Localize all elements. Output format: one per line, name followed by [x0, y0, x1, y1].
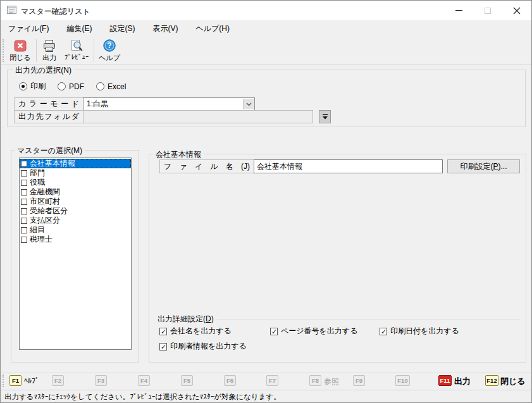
fkey-f1-label: ﾍﾙﾌﾟ: [24, 376, 39, 385]
help-question-icon: ?: [96, 38, 123, 53]
window-title: マスター確認リスト: [21, 6, 90, 17]
checkbox-icon[interactable]: [21, 161, 27, 167]
detail-panel-group: 会社基本情報 ファイル名(J) 印刷設定(P)... 出力詳細設定(D) 会社名…: [149, 154, 526, 363]
list-item-payment-category[interactable]: 支払区分: [20, 216, 131, 225]
print-settings-label-pre: 印刷設定(: [460, 162, 493, 171]
checkbox-company-name[interactable]: 会社名を出力する: [159, 326, 232, 337]
color-mode-combo[interactable]: 1:白黒: [83, 97, 255, 111]
toolbar-preview-button[interactable]: ﾌﾟﾚﾋﾞｭｰ: [61, 38, 92, 63]
toolbar-close-button[interactable]: 閉じる: [7, 38, 34, 63]
window-controls: [444, 1, 531, 20]
fkey-f10: F10: [395, 375, 410, 386]
printer-icon: [39, 38, 60, 53]
list-item-financial-institution[interactable]: 金融機関: [20, 187, 131, 197]
list-item-position[interactable]: 役職: [20, 178, 131, 187]
fkey-f9: F9: [353, 375, 365, 386]
maximize-icon: [485, 8, 491, 14]
checkbox-icon[interactable]: [21, 227, 27, 233]
fkey-f2: F2: [52, 375, 64, 386]
fkey-f6: F6: [224, 375, 236, 386]
output-type-radio-row: 印刷 PDF Excel: [19, 81, 138, 92]
print-settings-label-post: )...: [498, 162, 507, 171]
separator-line: [217, 319, 519, 319]
radio-excel-icon: [96, 82, 104, 90]
file-name-input[interactable]: [254, 159, 443, 173]
app-window: マスター確認リスト ファイル(F) 編集(E) 設定(S) 表示(V) ヘルプ(…: [0, 0, 532, 403]
output-folder-field[interactable]: [83, 110, 313, 123]
list-item-municipality[interactable]: 市区町村: [20, 197, 131, 206]
checkbox-icon[interactable]: [21, 218, 27, 224]
list-item-label: 部門: [30, 168, 45, 178]
fkey-f7: F7: [266, 375, 278, 386]
checkbox-label: 印刷者情報を出力する: [170, 341, 247, 352]
checkbox-icon[interactable]: [21, 237, 27, 243]
list-item-recipient-category[interactable]: 受給者区分: [20, 206, 131, 216]
radio-print[interactable]: 印刷: [19, 81, 46, 92]
checkbox-print-date[interactable]: 印刷日付を出力する: [380, 326, 459, 337]
close-button[interactable]: [502, 1, 531, 20]
radio-excel-label: Excel: [108, 82, 126, 91]
fkey-f11[interactable]: F11: [438, 375, 452, 386]
close-icon: [513, 7, 521, 15]
list-item-detail-item[interactable]: 細目: [20, 225, 131, 235]
fkey-f12-label: 閉じる: [500, 376, 526, 387]
toolbar-preview-label: ﾌﾟﾚﾋﾞｭｰ: [61, 53, 92, 61]
radio-print-icon: [19, 82, 27, 90]
checkbox-checked-icon: [270, 328, 278, 335]
output-folder-label: 出力先フォルダ: [14, 110, 84, 123]
menu-item-view[interactable]: 表示(V): [146, 21, 184, 37]
list-item-label: 受給者区分: [30, 206, 68, 216]
menu-item-help[interactable]: ヘルプ(H): [189, 21, 236, 37]
menu-item-edit[interactable]: 編集(E): [60, 21, 98, 37]
output-folder-browse-button[interactable]: [319, 110, 331, 123]
fkey-f11-label: 出力: [454, 376, 471, 387]
master-select-group: マスターの選択(M) 会社基本情報 部門 役職 金融機関 市区町村: [11, 150, 139, 363]
list-item-label: 税理士: [30, 235, 53, 244]
list-item-company-basic[interactable]: 会社基本情報: [20, 159, 131, 168]
checkbox-page-number[interactable]: ページ番号を出力する: [270, 326, 357, 337]
toolbar-output-button[interactable]: 出力: [39, 38, 60, 63]
list-item-label: 細目: [30, 225, 45, 235]
checkbox-icon[interactable]: [21, 208, 27, 214]
checkbox-checked-icon: [380, 328, 387, 335]
chevron-down-icon[interactable]: [243, 99, 254, 109]
toolbar-close-label: 閉じる: [7, 53, 34, 63]
list-item-label: 役職: [30, 178, 45, 187]
toolbar-separator: [94, 39, 94, 62]
svg-text:?: ?: [107, 41, 111, 50]
checkbox-icon[interactable]: [21, 189, 27, 195]
menu-item-file[interactable]: ファイル(F): [2, 21, 55, 37]
checkbox-icon[interactable]: [21, 170, 27, 177]
close-red-x-icon: [7, 38, 34, 53]
list-item-department[interactable]: 部門: [20, 168, 131, 178]
radio-pdf[interactable]: PDF: [58, 82, 84, 91]
list-item-tax-accountant[interactable]: 税理士: [20, 235, 131, 244]
fkey-f5: F5: [181, 375, 193, 386]
fkey-f1[interactable]: F1: [9, 375, 22, 386]
app-icon: [6, 5, 18, 15]
toolbar-help-button[interactable]: ? ヘルプ: [96, 38, 123, 63]
list-item-label: 市区町村: [30, 197, 60, 206]
output-destination-group: 出力先の選択(N) 印刷 PDF Excel カラーモード 1:白黒 出力先フォ…: [7, 70, 526, 127]
minimize-button[interactable]: [444, 1, 473, 20]
color-mode-value: 1:白黒: [87, 99, 108, 108]
toolbar-grip: [3, 39, 4, 62]
list-item-label: 会社基本情報: [30, 159, 75, 168]
checkbox-icon[interactable]: [21, 199, 27, 205]
master-listbox[interactable]: 会社基本情報 部門 役職 金融機関 市区町村 受給者区分: [19, 158, 132, 350]
fkey-f12[interactable]: F12: [485, 375, 498, 386]
checkbox-label: 会社名を出力する: [170, 326, 232, 337]
function-key-bar: F1 ﾍﾙﾌﾟ F2 F3 F4 F5 F6 F7 F8 参照 F9 F10 F…: [1, 372, 531, 390]
master-select-group-label: マスターの選択(M): [15, 146, 85, 156]
checkbox-checked-icon: [159, 343, 167, 350]
radio-print-label: 印刷: [30, 81, 46, 92]
radio-excel[interactable]: Excel: [96, 82, 126, 91]
fkey-f8-label: 参照: [324, 376, 339, 387]
fkey-f3: F3: [95, 375, 107, 386]
checkbox-icon[interactable]: [21, 180, 27, 186]
print-settings-label-key: P: [493, 162, 498, 171]
toolbar: 閉じる 出力 ﾌﾟﾚﾋ: [1, 37, 531, 65]
print-settings-button[interactable]: 印刷設定(P)...: [447, 159, 520, 173]
menu-item-settings[interactable]: 設定(S): [103, 21, 141, 37]
checkbox-printer-info[interactable]: 印刷者情報を出力する: [159, 341, 247, 352]
